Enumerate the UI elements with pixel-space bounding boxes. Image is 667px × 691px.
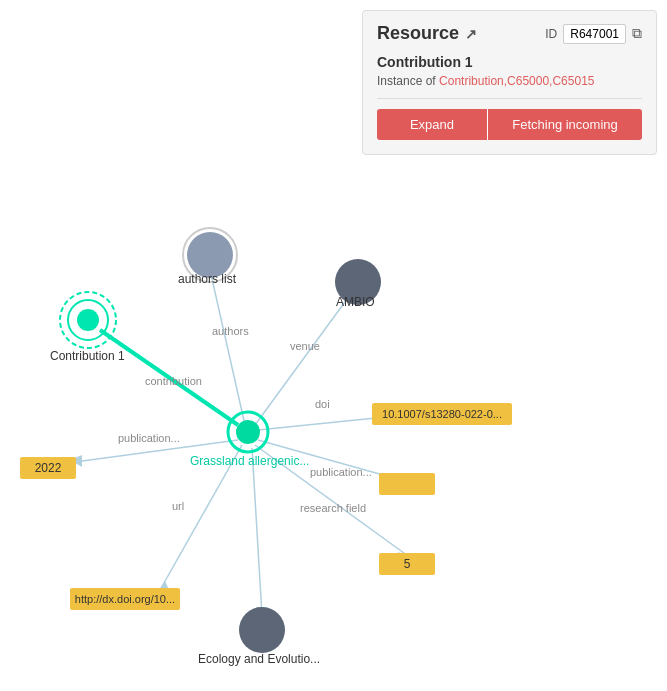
- edge-ecology: [252, 448, 262, 615]
- resource-panel: Resource ↗ ID R647001 ⧉ Contribution 1 I…: [362, 10, 657, 155]
- edge-label-doi: doi: [315, 398, 330, 410]
- edge-label-research: research field: [300, 502, 366, 514]
- edge-label-pub1: publication...: [118, 432, 180, 444]
- edge-venue: [255, 295, 350, 425]
- doi-label: 10.1007/s13280-022-0...: [382, 408, 502, 420]
- url-label: http://dx.doi.org/10...: [75, 593, 175, 605]
- center-node[interactable]: [236, 420, 260, 444]
- id-section: ID R647001 ⧉: [545, 24, 642, 44]
- instance-prefix: Instance of: [377, 74, 439, 88]
- authors-list-label: authors list: [178, 272, 237, 286]
- contribution-node-dot: [77, 309, 99, 331]
- resource-title-text: Resource: [377, 23, 459, 44]
- id-label: ID: [545, 27, 557, 41]
- year-label: 2022: [35, 461, 62, 475]
- ecology-node[interactable]: [239, 607, 285, 653]
- edge-label-authors: authors: [212, 325, 249, 337]
- center-label: Grassland allergenic...: [190, 454, 309, 468]
- edge-label-pub2: publication...: [310, 466, 372, 478]
- copy-icon[interactable]: ⧉: [632, 25, 642, 42]
- panel-divider: [377, 98, 642, 99]
- panel-header: Resource ↗ ID R647001 ⧉: [377, 23, 642, 44]
- contribution-node-label: Contribution 1: [50, 349, 125, 363]
- id-value: R647001: [563, 24, 626, 44]
- ambio-label: AMBIO: [336, 295, 375, 309]
- edge-label-url: url: [172, 500, 184, 512]
- action-buttons: Expand Fetching incoming: [377, 109, 642, 140]
- instance-link[interactable]: Contribution,C65000,C65015: [439, 74, 594, 88]
- val5-label: 5: [404, 557, 411, 571]
- pub2-rect[interactable]: [379, 473, 435, 495]
- edge-label-venue: venue: [290, 340, 320, 352]
- panel-title: Resource ↗: [377, 23, 477, 44]
- instance-text: Instance of Contribution,C65000,C65015: [377, 74, 642, 88]
- ecology-label: Ecology and Evolutio...: [198, 652, 320, 666]
- expand-button[interactable]: Expand: [377, 109, 487, 140]
- fetching-button[interactable]: Fetching incoming: [487, 109, 642, 140]
- contribution-name: Contribution 1: [377, 54, 642, 70]
- edge-authors: [210, 270, 245, 425]
- edge-label-contribution: contribution: [145, 375, 202, 387]
- external-link-icon[interactable]: ↗: [465, 26, 477, 42]
